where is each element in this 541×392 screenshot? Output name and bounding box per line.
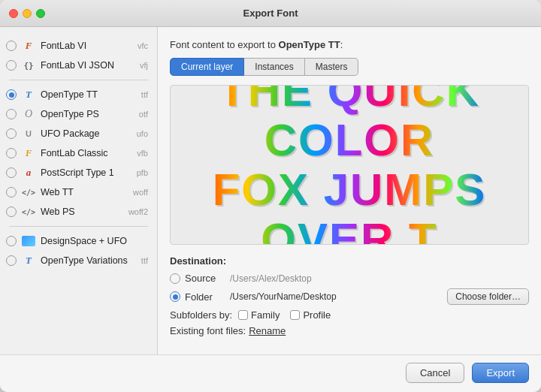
sidebar-ext-web-tt: woff	[133, 188, 148, 197]
traffic-lights	[9, 9, 45, 18]
subfolders-label: Subfolders by:	[170, 309, 232, 321]
existing-label: Existing font files:	[170, 325, 246, 336]
sidebar-item-web-ps[interactable]: </> Web PS woff2	[0, 202, 157, 222]
cancel-button[interactable]: Cancel	[406, 363, 464, 383]
title-bar: Export Font	[0, 0, 541, 27]
sidebar-ext-fontlab6: vfc	[138, 41, 148, 50]
designspace-ufo-icon	[21, 234, 36, 249]
preview-line2: FOX JUMPS OVER T	[178, 165, 521, 246]
sidebar-ext-opentype-variations: ttf	[141, 256, 148, 265]
sidebar-label-web-ps: Web PS	[41, 207, 125, 217]
radio-web-ps	[6, 207, 17, 217]
tab-masters[interactable]: Masters	[305, 58, 359, 76]
sidebar-label-ufo-package: UFO Package	[41, 128, 134, 139]
choose-folder-button[interactable]: Choose folder…	[447, 288, 529, 305]
profile-checkbox[interactable]	[290, 310, 300, 320]
fontlab-classic-icon: F	[21, 146, 36, 161]
family-checkbox-item[interactable]: Family	[238, 309, 280, 321]
radio-opentype-tt	[6, 89, 17, 100]
sidebar-label-fontlab-classic: FontLab Classic	[41, 148, 134, 158]
close-button[interactable]	[9, 9, 18, 18]
radio-folder[interactable]	[170, 291, 180, 302]
source-label: Source	[185, 273, 227, 284]
subfolders-row: Subfolders by: Family Profile	[170, 309, 529, 321]
ufo-package-icon: U	[21, 126, 36, 141]
sidebar-divider-2	[9, 226, 148, 227]
radio-fontlab-classic	[6, 148, 17, 158]
preview-area: THE QUICK COLOR FOX JUMPS OVER T	[170, 85, 529, 245]
sidebar-label-opentype-variations: OpenType Variations	[41, 255, 138, 266]
sidebar: F FontLab VI vfc {} FontLab VI JSON vfj …	[0, 27, 158, 354]
export-button[interactable]: Export	[472, 363, 529, 383]
sidebar-label-fontlab6json: FontLab VI JSON	[41, 60, 137, 71]
preview-text: THE QUICK COLOR FOX JUMPS OVER T	[178, 85, 521, 245]
sidebar-ext-ufo-package: ufo	[137, 129, 148, 138]
export-font-window: Export Font F FontLab VI vfc {} FontLab …	[0, 0, 541, 392]
radio-ufo-package	[6, 128, 17, 139]
sidebar-item-designspace-ufo[interactable]: DesignSpace + UFO	[0, 231, 157, 251]
sidebar-item-opentype-variations[interactable]: T OpenType Variations ttf	[0, 251, 157, 270]
minimize-button[interactable]	[23, 9, 32, 18]
export-target-text: OpenType TT	[279, 39, 340, 50]
sidebar-ext-opentype-ps: otf	[139, 110, 148, 119]
sidebar-item-opentype-tt[interactable]: T OpenType TT ttf	[0, 85, 157, 104]
folder-label: Folder	[185, 291, 227, 303]
folder-path: /Users/YourName/Desktop	[230, 291, 337, 302]
tab-current-layer[interactable]: Current layer	[170, 58, 244, 76]
footer: Cancel Export	[0, 354, 541, 392]
opentype-ps-icon: O	[21, 107, 36, 122]
destination-section: Destination: Source /Users/Alex/Desktop …	[170, 255, 529, 342]
opentype-variations-icon: T	[21, 253, 36, 268]
destination-folder-row[interactable]: Folder /Users/YourName/Desktop Choose fo…	[170, 288, 529, 305]
sidebar-item-postscript-type1[interactable]: a PostScript Type 1 pfb	[0, 163, 157, 182]
radio-designspace-ufo	[6, 236, 17, 246]
family-label: Family	[251, 309, 280, 321]
sidebar-ext-fontlab6json: vfj	[140, 61, 148, 70]
source-path: /Users/Alex/Desktop	[230, 273, 312, 284]
fontlab6json-icon: {}	[21, 58, 36, 73]
sidebar-item-ufo-package[interactable]: U UFO Package ufo	[0, 124, 157, 143]
sidebar-label-designspace-ufo: DesignSpace + UFO	[41, 236, 148, 246]
sidebar-item-fontlab6[interactable]: F FontLab VI vfc	[0, 36, 157, 56]
profile-label: Profile	[303, 309, 331, 321]
content-area: F FontLab VI vfc {} FontLab VI JSON vfj …	[0, 27, 541, 354]
sidebar-label-fontlab6: FontLab VI	[41, 41, 134, 51]
radio-opentype-variations	[6, 255, 17, 266]
radio-opentype-ps	[6, 109, 17, 119]
sidebar-item-fontlab-classic[interactable]: F FontLab Classic vfb	[0, 143, 157, 163]
window-title: Export Font	[243, 8, 298, 19]
sidebar-label-web-tt: Web TT	[41, 187, 130, 198]
sidebar-divider-1	[9, 80, 148, 80]
sidebar-item-opentype-ps[interactable]: O OpenType PS otf	[0, 104, 157, 124]
preview-line1: THE QUICK COLOR	[178, 85, 521, 165]
web-tt-icon: </>	[21, 185, 36, 200]
radio-fontlab6json	[6, 60, 17, 71]
opentype-tt-icon: T	[21, 87, 36, 102]
sidebar-label-postscript-type1: PostScript Type 1	[41, 167, 134, 178]
sidebar-label-opentype-tt: OpenType TT	[41, 89, 138, 100]
sidebar-item-fontlab6json[interactable]: {} FontLab VI JSON vfj	[0, 56, 157, 75]
export-label-text: Font content to export to	[170, 39, 276, 50]
family-checkbox[interactable]	[238, 310, 248, 320]
main-panel: Font content to export to OpenType TT: C…	[158, 27, 541, 354]
tab-instances[interactable]: Instances	[244, 58, 304, 76]
existing-value[interactable]: Rename	[249, 325, 286, 336]
sidebar-item-web-tt[interactable]: </> Web TT woff	[0, 182, 157, 202]
radio-source[interactable]	[170, 273, 180, 284]
maximize-button[interactable]	[36, 9, 45, 18]
sidebar-ext-web-ps: woff2	[128, 207, 148, 216]
web-ps-icon: </>	[21, 204, 36, 219]
sidebar-ext-postscript-type1: pfb	[137, 168, 148, 177]
tab-bar: Current layer Instances Masters	[170, 58, 529, 76]
sidebar-label-opentype-ps: OpenType PS	[41, 109, 136, 119]
destination-title: Destination:	[170, 255, 529, 267]
sidebar-ext-fontlab-classic: vfb	[137, 149, 148, 158]
radio-web-tt	[6, 187, 17, 198]
sidebar-ext-opentype-tt: ttf	[141, 90, 148, 99]
existing-row: Existing font files: Rename	[170, 325, 529, 336]
destination-source-row[interactable]: Source /Users/Alex/Desktop	[170, 273, 529, 284]
profile-checkbox-item[interactable]: Profile	[290, 309, 331, 321]
radio-fontlab6	[6, 41, 17, 51]
postscript-type1-icon: a	[21, 165, 36, 180]
export-description: Font content to export to OpenType TT:	[170, 39, 529, 50]
